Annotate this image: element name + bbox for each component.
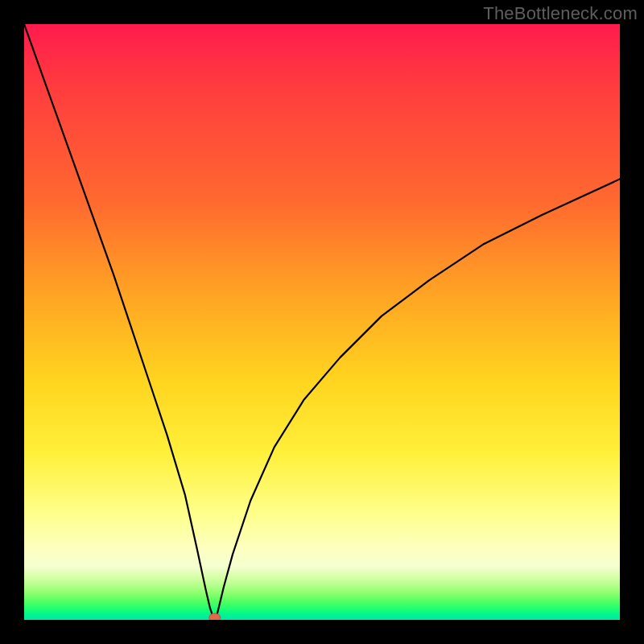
bottleneck-curve [24,24,620,620]
watermark-text: TheBottleneck.com [483,3,638,24]
curve-layer [24,24,620,620]
plot-area [24,24,620,620]
chart-frame: TheBottleneck.com [0,0,644,644]
min-marker [209,613,221,620]
